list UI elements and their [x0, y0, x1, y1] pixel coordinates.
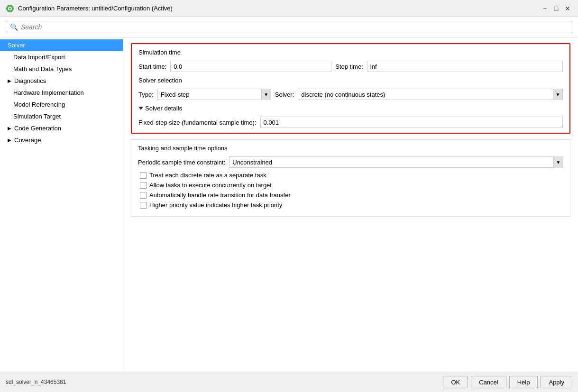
- checkbox-label-allow-concurrent: Allow tasks to execute concurrently on t…: [149, 182, 272, 189]
- checkbox-label-higher-priority: Higher priority value indicates higher t…: [149, 201, 282, 209]
- footer: sdl_solver_n_43465381 OK Cancel Help App…: [0, 372, 578, 392]
- title-bar-controls: − □ ✕: [540, 4, 572, 13]
- search-icon: 🔍: [10, 23, 18, 31]
- checkbox-row-0: Treat each discrete rate as a separate t…: [138, 172, 563, 179]
- checkbox-row-3: Higher priority value indicates higher t…: [138, 201, 563, 209]
- sidebar-label-sim-target: Simulation Target: [13, 113, 61, 120]
- sidebar-label-coverage: Coverage: [14, 137, 41, 144]
- sidebar-item-diagnostics[interactable]: ▶ Diagnostics: [0, 75, 123, 87]
- minimize-button[interactable]: −: [540, 4, 550, 13]
- type-dropdown-arrow[interactable]: ▼: [261, 89, 271, 100]
- maximize-button[interactable]: □: [551, 4, 561, 13]
- checkbox-auto-handle[interactable]: [140, 192, 147, 199]
- app-icon: [6, 4, 14, 13]
- solver-selection-title: Solver selection: [138, 77, 563, 84]
- diagnostics-arrow: ▶: [8, 78, 11, 83]
- simulation-time-title: Simulation time: [138, 49, 563, 56]
- type-value: Fixed-step: [158, 91, 261, 98]
- solver-details-title: Solver details: [145, 105, 182, 112]
- tasking-title: Tasking and sample time options: [138, 145, 563, 152]
- sidebar-label-model-ref: Model Referencing: [13, 101, 65, 108]
- fixed-step-row: Fixed-step size (fundamental sample time…: [138, 117, 563, 128]
- sidebar-item-solver[interactable]: Solver: [0, 39, 123, 51]
- sidebar-item-math[interactable]: Math and Data Types: [0, 63, 123, 75]
- simulation-time-row: Start time: Stop time:: [138, 61, 563, 72]
- sidebar-label-data-import: Data Import/Export: [13, 54, 65, 61]
- checkbox-label-auto-handle: Automatically handle rate transition for…: [149, 191, 291, 199]
- periodic-value: Unconstrained: [229, 159, 553, 166]
- periodic-select[interactable]: Unconstrained ▼: [229, 156, 563, 168]
- solver-value: discrete (no continuous states): [298, 91, 553, 98]
- title-bar-left: Configuration Parameters: untitled/Confi…: [6, 4, 173, 13]
- apply-button[interactable]: Apply: [541, 376, 572, 388]
- sidebar-item-hardware[interactable]: Hardware Implementation: [0, 87, 123, 99]
- svg-point-2: [9, 8, 11, 9]
- search-wrapper: 🔍: [6, 21, 572, 33]
- cancel-button[interactable]: Cancel: [471, 376, 506, 388]
- checkbox-higher-priority[interactable]: [140, 202, 147, 209]
- fixed-step-label: Fixed-step size (fundamental sample time…: [138, 119, 257, 126]
- solver-select[interactable]: discrete (no continuous states) ▼: [298, 89, 563, 100]
- type-label: Type:: [138, 91, 154, 98]
- periodic-dropdown-arrow[interactable]: ▼: [553, 156, 563, 168]
- fixed-step-input[interactable]: [260, 117, 563, 128]
- coverage-arrow: ▶: [8, 137, 11, 143]
- title-bar: Configuration Parameters: untitled/Confi…: [0, 0, 578, 17]
- start-time-input[interactable]: [170, 61, 331, 72]
- sidebar-item-coverage[interactable]: ▶ Coverage: [0, 134, 123, 146]
- tasking-section: Tasking and sample time options Periodic…: [131, 139, 570, 217]
- sidebar-item-data-import[interactable]: Data Import/Export: [0, 51, 123, 63]
- stop-time-label: Stop time:: [335, 63, 363, 70]
- main-content: 🔍 Solver Data Import/Export Math and Dat…: [0, 17, 578, 372]
- sidebar-label-hardware: Hardware Implementation: [13, 89, 84, 96]
- checkbox-treat-discrete[interactable]: [140, 172, 147, 179]
- search-input[interactable]: [21, 23, 568, 31]
- checkbox-allow-concurrent[interactable]: [140, 182, 147, 189]
- content-area: Simulation time Start time: Stop time: S…: [123, 37, 578, 372]
- code-gen-arrow: ▶: [8, 126, 11, 131]
- solver-dropdown-arrow[interactable]: ▼: [553, 89, 562, 100]
- body-area: Solver Data Import/Export Math and Data …: [0, 37, 578, 372]
- highlighted-section: Simulation time Start time: Stop time: S…: [131, 43, 570, 134]
- type-select[interactable]: Fixed-step ▼: [157, 89, 271, 100]
- sidebar: Solver Data Import/Export Math and Data …: [0, 37, 123, 372]
- solver-label: Solver:: [275, 91, 294, 98]
- solver-details-arrow: [138, 107, 143, 110]
- periodic-label: Periodic sample time constraint:: [138, 159, 225, 166]
- sidebar-item-code-gen[interactable]: ▶ Code Generation: [0, 122, 123, 134]
- ok-button[interactable]: OK: [443, 376, 468, 388]
- stop-time-input[interactable]: [367, 61, 563, 72]
- sidebar-label-diagnostics: Diagnostics: [14, 77, 46, 84]
- sidebar-item-sim-target[interactable]: Simulation Target: [0, 110, 123, 122]
- window-title: Configuration Parameters: untitled/Confi…: [18, 5, 173, 12]
- checkbox-row-2: Automatically handle rate transition for…: [138, 191, 563, 199]
- help-button[interactable]: Help: [509, 376, 538, 388]
- sidebar-label-math: Math and Data Types: [13, 65, 72, 73]
- solver-selection-row: Type: Fixed-step ▼ Solver: discrete (no …: [138, 89, 563, 100]
- sidebar-label-code-gen: Code Generation: [14, 125, 61, 132]
- footer-status: sdl_solver_n_43465381: [6, 379, 440, 385]
- search-bar: 🔍: [0, 17, 578, 37]
- sidebar-label-solver: Solver: [8, 42, 25, 49]
- sidebar-item-model-ref[interactable]: Model Referencing: [0, 99, 123, 110]
- close-button[interactable]: ✕: [563, 4, 572, 13]
- solver-details-header[interactable]: Solver details: [138, 105, 563, 112]
- checkbox-label-treat-discrete: Treat each discrete rate as a separate t…: [149, 172, 266, 179]
- periodic-row: Periodic sample time constraint: Unconst…: [138, 156, 563, 168]
- start-time-label: Start time:: [138, 63, 166, 70]
- checkbox-row-1: Allow tasks to execute concurrently on t…: [138, 182, 563, 189]
